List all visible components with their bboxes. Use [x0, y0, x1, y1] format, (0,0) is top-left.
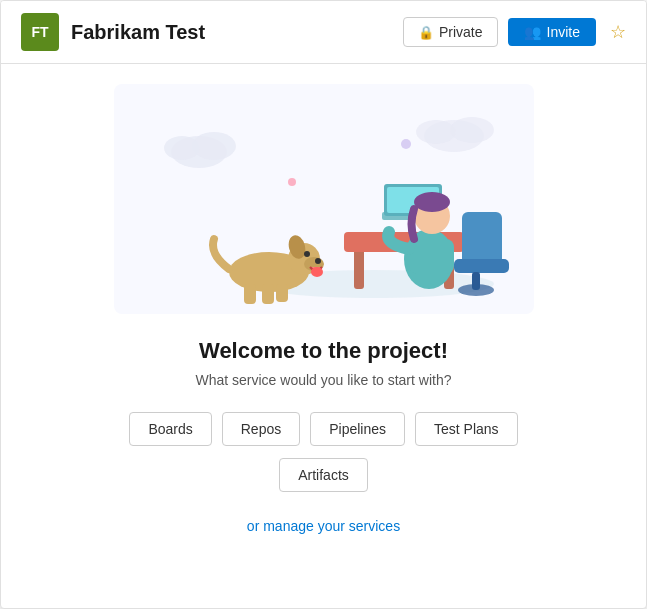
svg-point-6: [416, 120, 456, 144]
manage-services-link[interactable]: or manage your services: [247, 518, 400, 534]
header-actions: 🔒 Private 👥 Invite ☆: [403, 17, 626, 47]
services-row-2: Artifacts: [279, 458, 368, 492]
service-button-repos[interactable]: Repos: [222, 412, 300, 446]
service-button-boards[interactable]: Boards: [129, 412, 211, 446]
svg-point-5: [450, 117, 494, 143]
private-button[interactable]: 🔒 Private: [403, 17, 498, 47]
main-content: Welcome to the project! What service wou…: [1, 64, 646, 564]
service-button-test-plans[interactable]: Test Plans: [415, 412, 518, 446]
svg-rect-21: [409, 239, 454, 274]
favorite-star-icon[interactable]: ☆: [610, 21, 626, 43]
svg-point-8: [401, 139, 411, 149]
svg-point-29: [304, 251, 310, 257]
invite-icon: 👥: [524, 24, 541, 40]
lock-icon: 🔒: [418, 25, 434, 40]
svg-point-3: [164, 136, 200, 160]
svg-point-19: [458, 284, 494, 296]
svg-rect-31: [244, 284, 256, 304]
welcome-title: Welcome to the project!: [199, 338, 448, 364]
svg-point-23: [414, 192, 450, 212]
invite-button[interactable]: 👥 Invite: [508, 18, 596, 46]
svg-point-7: [288, 178, 296, 186]
invite-label: Invite: [547, 24, 580, 40]
svg-point-28: [315, 258, 321, 264]
welcome-subtitle: What service would you like to start wit…: [196, 372, 452, 388]
svg-rect-10: [354, 249, 364, 289]
services-row-1: Boards Repos Pipelines Test Plans: [129, 412, 517, 446]
svg-rect-33: [276, 284, 288, 302]
private-label: Private: [439, 24, 483, 40]
service-button-pipelines[interactable]: Pipelines: [310, 412, 405, 446]
svg-rect-32: [262, 284, 274, 304]
welcome-illustration: [114, 84, 534, 314]
avatar: FT: [21, 13, 59, 51]
service-button-artifacts[interactable]: Artifacts: [279, 458, 368, 492]
project-name: Fabrikam Test: [71, 21, 403, 44]
header: FT Fabrikam Test 🔒 Private 👥 Invite ☆: [1, 1, 646, 64]
app-window: FT Fabrikam Test 🔒 Private 👥 Invite ☆: [0, 0, 647, 609]
svg-point-30: [311, 267, 323, 277]
svg-rect-16: [462, 212, 502, 267]
svg-rect-17: [454, 259, 509, 273]
